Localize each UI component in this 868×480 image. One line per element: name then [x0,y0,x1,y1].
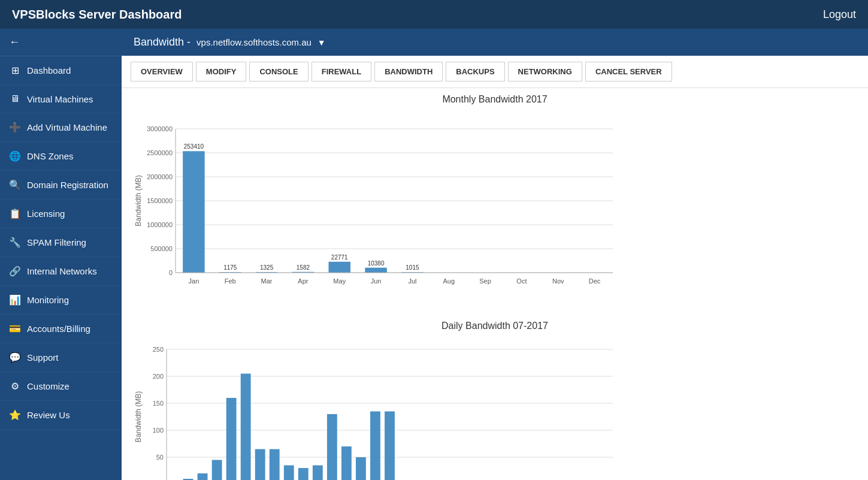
daily-chart-title: Daily Bandwidth 07-2017 [134,321,856,331]
sidebar-item-accounts-billing[interactable]: 💳Accounts/Billing [0,315,122,343]
daily-bar-4 [212,460,222,481]
monitoring-icon: 📊 [9,294,21,306]
svg-text:500000: 500000 [150,245,173,252]
svg-text:Sep: Sep [479,277,491,285]
sidebar-label-monitoring: Monitoring [27,295,69,305]
svg-text:2500000: 2500000 [147,149,173,156]
main-layout: ← ⊞Dashboard🖥Virtual Machines➕Add Virtua… [0,29,868,480]
monthly-chart-title: Monthly Bandwidth 2017 [134,94,856,105]
monthly-bar-May [329,262,351,273]
dns-zones-icon: 🌐 [9,150,21,162]
sidebar-label-internal-networks: Internal Networks [27,266,97,276]
sidebar-item-domain-registration[interactable]: 🔍Domain Registration [0,171,122,200]
svg-text:Oct: Oct [516,277,527,285]
virtual-machines-icon: 🖥 [9,93,21,104]
toolbar-btn-cancel-server[interactable]: CANCEL SERVER [585,62,672,81]
toolbar: OVERVIEWMODIFYCONSOLEFIREWALLBANDWIDTHBA… [122,56,868,88]
monthly-bar-Jan [183,151,205,273]
svg-text:Jun: Jun [371,277,382,285]
toolbar-btn-overview[interactable]: OVERVIEW [131,62,193,81]
daily-bar-5 [226,398,237,480]
svg-text:250: 250 [153,346,164,353]
daily-bar-12 [327,414,337,480]
monthly-bar-Jun [365,268,387,273]
toolbar-btn-modify[interactable]: MODIFY [196,62,247,81]
daily-bar-8 [270,449,280,481]
daily-bar-9 [284,466,294,481]
daily-bar-7 [255,449,265,481]
accounts-billing-icon: 💳 [9,323,21,334]
sidebar-item-support[interactable]: 💬Support [0,343,122,372]
sidebar-label-virtual-machines: Virtual Machines [27,94,93,104]
sidebar-label-licensing: Licensing [27,209,65,219]
sidebar-label-review-us: Review Us [27,410,70,420]
sidebar-item-add-virtual-machine[interactable]: ➕Add Virtual Machine [0,113,122,142]
daily-bar-10 [298,468,309,480]
svg-text:2000000: 2000000 [147,173,173,180]
sidebar-label-dashboard: Dashboard [27,65,71,76]
svg-text:1000000: 1000000 [147,221,173,228]
sidebar-label-domain-registration: Domain Registration [27,180,108,190]
spam-filtering-icon: 🔧 [9,237,21,248]
top-header: VPSBlocks Server Dashboard Logout [0,0,868,29]
svg-text:1500000: 1500000 [147,197,173,204]
toolbar-btn-bandwidth[interactable]: BANDWIDTH [374,62,443,81]
daily-bar-11 [313,466,323,481]
customize-icon: ⚙ [9,381,21,392]
daily-bar-14 [356,457,366,480]
svg-text:50: 50 [156,454,164,461]
sidebar-item-virtual-machines[interactable]: 🖥Virtual Machines [0,85,122,113]
app-title: VPSBlocks Server Dashboard [12,8,182,22]
sidebar-label-spam-filtering: SPAM Filtering [27,237,86,247]
support-icon: 💬 [9,352,21,363]
bandwidth-header: Bandwidth - vps.netflow.softhosts.com.au… [122,29,868,56]
svg-text:1582: 1582 [297,264,310,271]
svg-text:200: 200 [153,373,164,380]
svg-text:0: 0 [169,269,173,276]
add-virtual-machine-icon: ➕ [9,122,21,133]
toolbar-btn-console[interactable]: CONSOLE [249,62,308,81]
monthly-chart-container: Monthly Bandwidth 2017 05000001000000150… [134,94,856,303]
sidebar-label-dns-zones: DNS Zones [27,151,74,161]
dashboard-icon: ⊞ [9,65,21,76]
svg-text:253410: 253410 [184,143,204,150]
svg-text:Feb: Feb [225,277,236,285]
sidebar-item-monitoring[interactable]: 📊Monitoring [0,286,122,315]
svg-text:Aug: Aug [443,277,455,285]
svg-text:10380: 10380 [368,260,385,267]
bandwidth-dropdown-icon[interactable]: ▼ [317,38,326,47]
svg-text:May: May [333,277,346,285]
domain-registration-icon: 🔍 [9,179,21,191]
toolbar-btn-firewall[interactable]: FIREWALL [311,62,371,81]
review-us-icon: ⭐ [9,409,21,421]
sidebar-back-button[interactable]: ← [0,29,122,56]
daily-bar-6 [241,374,251,481]
sidebar-label-accounts-billing: Accounts/Billing [27,324,90,334]
sidebar-item-customize[interactable]: ⚙Customize [0,372,122,401]
svg-text:1175: 1175 [223,264,237,271]
svg-text:Bandwidth (MB): Bandwidth (MB) [134,391,143,442]
sidebar-label-add-virtual-machine: Add Virtual Machine [27,122,107,132]
svg-text:Jan: Jan [189,277,199,285]
svg-text:150: 150 [153,400,164,407]
sidebar-item-internal-networks[interactable]: 🔗Internal Networks [0,257,122,286]
svg-text:Mar: Mar [261,277,273,285]
bandwidth-server: vps.netflow.softhosts.com.au [196,37,311,47]
sidebar-item-dashboard[interactable]: ⊞Dashboard [0,56,122,85]
monthly-chart-svg: 0500000100000015000002000000250000030000… [134,111,625,303]
sidebar-item-licensing[interactable]: 📋Licensing [0,200,122,228]
sidebar: ← ⊞Dashboard🖥Virtual Machines➕Add Virtua… [0,29,122,480]
toolbar-btn-networking[interactable]: NETWORKING [508,62,582,81]
svg-text:Apr: Apr [298,277,308,285]
logout-button[interactable]: Logout [823,8,856,21]
sidebar-item-review-us[interactable]: ⭐Review Us [0,401,122,430]
sidebar-item-dns-zones[interactable]: 🌐DNS Zones [0,142,122,171]
licensing-icon: 📋 [9,208,21,219]
sidebar-label-customize: Customize [27,381,69,391]
svg-text:1325: 1325 [260,264,274,271]
svg-text:Nov: Nov [552,277,564,285]
toolbar-btn-backups[interactable]: BACKUPS [446,62,504,81]
internal-networks-icon: 🔗 [9,265,21,277]
sidebar-item-spam-filtering[interactable]: 🔧SPAM Filtering [0,228,122,257]
daily-chart-container: Daily Bandwidth 07-2017 050100150200250B… [134,321,856,480]
